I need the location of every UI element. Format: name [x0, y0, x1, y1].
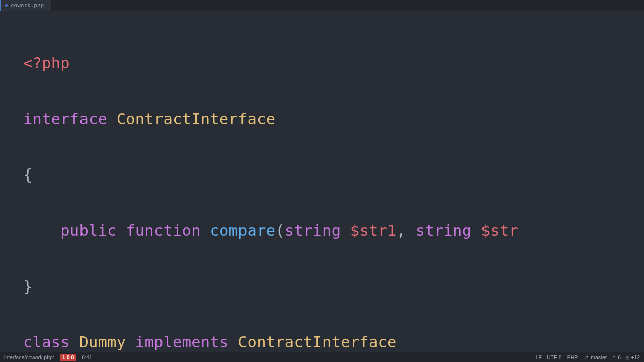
status-git-fetch[interactable]: 6 — [612, 354, 621, 360]
branch-icon — [583, 354, 589, 360]
tab-modified-dot-icon — [5, 4, 8, 7]
status-bar: interface/cowork.php* 1 0 0 6:41 LF UTF-… — [0, 352, 644, 362]
code-line: <?php — [23, 49, 644, 77]
status-cursor-position[interactable]: 6:41 — [82, 354, 92, 360]
status-filepath[interactable]: interface/cowork.php* — [4, 354, 55, 360]
tab-filename: cowork.php — [11, 2, 44, 9]
code-line: interface ContractInterface — [23, 105, 644, 133]
status-left: interface/cowork.php* 1 0 0 6:41 — [4, 354, 92, 361]
status-eol[interactable]: LF — [536, 354, 542, 360]
tab-bar: cowork.php — [0, 0, 644, 11]
tab-cowork[interactable]: cowork.php — [0, 0, 51, 11]
status-language[interactable]: PHP — [567, 354, 578, 360]
code-line: { — [23, 161, 644, 189]
code-line: } — [23, 273, 644, 301]
status-git-changes[interactable]: +12 — [626, 354, 640, 360]
fetch-icon — [612, 354, 616, 360]
status-error-count[interactable]: 1 0 0 — [60, 354, 76, 361]
status-right: LF UTF-8 PHP master 6 +12 — [536, 354, 640, 360]
status-git-branch[interactable]: master — [583, 354, 607, 360]
git-icon — [626, 354, 629, 360]
status-encoding[interactable]: UTF-8 — [547, 354, 562, 360]
php-open-tag: <?php — [23, 54, 70, 72]
code-line: public function compare(string $str1, st… — [23, 217, 644, 245]
code-editor[interactable]: <?php interface ContractInterface { publ… — [0, 11, 644, 362]
